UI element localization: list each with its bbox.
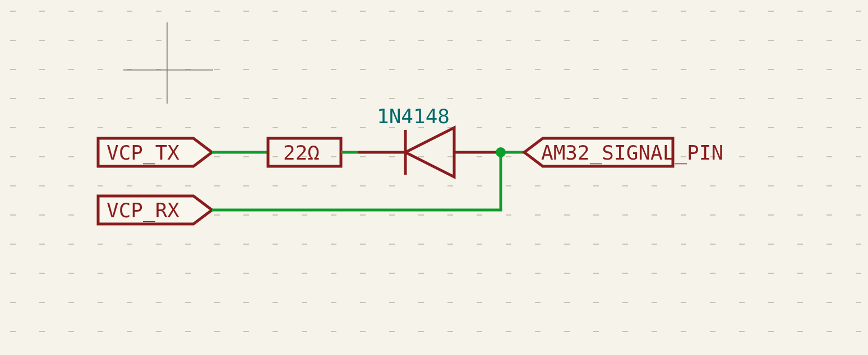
net-label-text: VCP_RX [107, 199, 179, 222]
diode: 1N4148 [377, 105, 501, 177]
origin-cross [123, 22, 213, 104]
wire-rx-to-junction [212, 152, 501, 210]
resistor-value: 22Ω [283, 141, 320, 164]
schematic-canvas: VCP_TX 22Ω 1N4148 AM32_SIGNAL_PIN VCP_RX [0, 0, 868, 355]
resistor: 22Ω [268, 138, 341, 166]
net-label-vcp-rx: VCP_RX [98, 196, 212, 224]
net-label-text: AM32_SIGNAL_PIN [541, 141, 723, 165]
svg-marker-367 [405, 128, 454, 177]
net-label-text: VCP_TX [107, 141, 179, 165]
diode-value: 1N4148 [377, 105, 450, 128]
net-label-am32-signal: AM32_SIGNAL_PIN [524, 138, 723, 166]
grid-background [10, 11, 861, 331]
net-label-vcp-tx: VCP_TX [98, 138, 212, 166]
